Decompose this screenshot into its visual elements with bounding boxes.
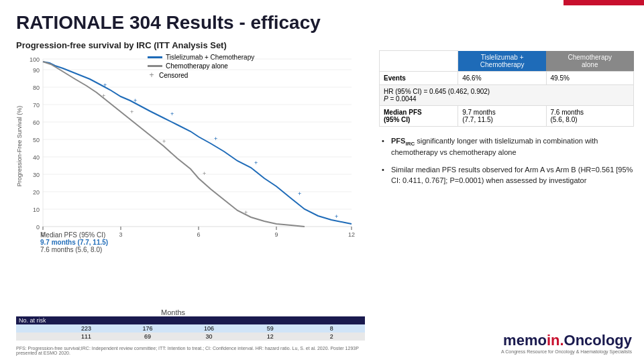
risk-header-9: [239, 317, 301, 324]
svg-text:Progression-Free Survival (%): Progression-Free Survival (%): [16, 106, 23, 187]
subtitle: Progression-free survival by IRC (ITT An…: [16, 40, 227, 50]
logo-oncology: Oncology: [564, 332, 632, 349]
svg-text:+: +: [254, 160, 258, 166]
risk-header-label: No. at risk: [19, 317, 56, 324]
footer-note: PFS: Progression-free survival;IRC: Inde…: [16, 346, 378, 355]
stats-col-chemo: Chemotherapyalone: [546, 51, 634, 72]
logo-memo-text: memo: [503, 332, 547, 349]
svg-text:+: +: [298, 190, 301, 197]
svg-text:90: 90: [33, 67, 40, 74]
svg-text:40: 40: [33, 154, 40, 161]
risk-row-tislelizumab: 223 176 106 59 8: [16, 324, 365, 333]
risk-header-12: [301, 317, 362, 324]
svg-text:+: +: [170, 111, 174, 117]
stats-events-chemo: 49.5%: [546, 71, 634, 84]
bullet-2-text: Similar median PFS results observed for …: [391, 166, 633, 184]
stats-events-tis: 46.6%: [458, 71, 546, 84]
svg-text:6: 6: [197, 231, 200, 238]
stats-median-tis: 9.7 months(7.7, 11.5): [458, 105, 546, 126]
svg-text:12: 12: [348, 231, 355, 238]
svg-text:20: 20: [33, 189, 40, 196]
bullet-list: PFSIRC significantly longer with tisleli…: [379, 136, 634, 187]
svg-text:80: 80: [33, 84, 40, 91]
svg-text:60: 60: [33, 119, 40, 126]
svg-text:+: +: [162, 138, 166, 145]
svg-text:+: +: [244, 209, 248, 216]
stats-median-chemo: 7.6 months(5.6, 8.0): [546, 105, 634, 126]
x-axis-label: Months: [161, 308, 185, 316]
logo-memo: memoin.Oncology: [503, 332, 632, 349]
logo-tagline: A Congress Resource for Oncology & Haema…: [501, 349, 632, 354]
bullet-1-text: significantly longer with tislelizumab i…: [391, 137, 598, 157]
risk-chemo-3: 69: [117, 333, 178, 340]
survival-chart: 0 10 20 30 40 50 60 70 80 90 100 0 3 6 9…: [16, 52, 365, 253]
risk-table: No. at risk 223 176 106 59 8 111 69 30 1…: [16, 316, 365, 341]
risk-tislelizumab-3: 176: [117, 325, 178, 332]
stats-row-events: Events 46.6% 49.5%: [380, 71, 634, 84]
svg-text:+: +: [335, 213, 338, 220]
stats-col-empty: [380, 51, 458, 72]
stats-row-median: Median PFS(95% CI) 9.7 months(7.7, 11.5)…: [380, 105, 634, 126]
risk-tislelizumab-6: 106: [178, 325, 239, 332]
risk-chemo-9: 12: [239, 333, 301, 340]
svg-text:3: 3: [119, 231, 122, 238]
risk-chemo-0: 111: [56, 333, 117, 340]
median-annotation-line1: 9.7 months (7.7, 11.5): [40, 239, 108, 246]
risk-header-6: [178, 317, 239, 324]
logo-area: memoin.Oncology A Congress Resource for …: [501, 332, 632, 354]
risk-header-3: [117, 317, 178, 324]
median-annotation-line2: 7.6 months (5.6, 8.0): [40, 246, 108, 253]
risk-header-0: [56, 317, 117, 324]
svg-text:+: +: [103, 82, 107, 88]
svg-text:+: +: [203, 170, 206, 177]
risk-chemo-6: 30: [178, 333, 239, 340]
svg-text:70: 70: [33, 102, 40, 109]
stats-table: Tislelizumab +Chemotherapy Chemotherapya…: [379, 50, 634, 127]
bullet-2: Similar median PFS results observed for …: [382, 165, 634, 186]
svg-text:30: 30: [33, 172, 40, 178]
stats-events-label: Events: [380, 71, 458, 84]
svg-text:9: 9: [274, 231, 278, 238]
svg-text:100: 100: [30, 56, 40, 63]
top-bar: [564, 0, 644, 5]
risk-row-chemo: 111 69 30 12 2: [16, 333, 365, 341]
stats-col-tislelizumab: Tislelizumab +Chemotherapy: [458, 51, 546, 72]
risk-tislelizumab-0: 223: [56, 325, 117, 332]
stats-hr-span: HR (95% CI) = 0.645 (0.462, 0.902)P = 0.…: [380, 84, 634, 105]
svg-text:+: +: [214, 135, 217, 142]
bullet-1: PFSIRC significantly longer with tisleli…: [382, 136, 634, 159]
risk-tislelizumab-12: 8: [301, 325, 362, 332]
svg-text:+: +: [102, 93, 105, 99]
svg-text:10: 10: [33, 206, 40, 213]
median-annotation: Median PFS (95% CI) 9.7 months (7.7, 11.…: [40, 231, 108, 253]
logo-in: in.: [547, 332, 564, 349]
svg-text:+: +: [130, 109, 133, 115]
bullet-1-pfs: PFSIRC: [391, 137, 415, 145]
risk-chemo-12: 2: [301, 333, 362, 340]
svg-text:0: 0: [36, 224, 40, 231]
svg-text:+: +: [133, 97, 137, 104]
stats-row-hr: HR (95% CI) = 0.645 (0.462, 0.902)P = 0.…: [380, 84, 634, 105]
page-title: RATIONALE 304 Results - efficacy: [16, 12, 321, 34]
right-panel: Tislelizumab +Chemotherapy Chemotherapya…: [379, 50, 634, 193]
risk-table-header: No. at risk: [16, 316, 365, 324]
stats-median-label: Median PFS(95% CI): [380, 105, 458, 126]
median-annotation-title: Median PFS (95% CI): [40, 231, 108, 239]
risk-tislelizumab-9: 59: [239, 325, 301, 332]
svg-text:50: 50: [33, 137, 40, 143]
